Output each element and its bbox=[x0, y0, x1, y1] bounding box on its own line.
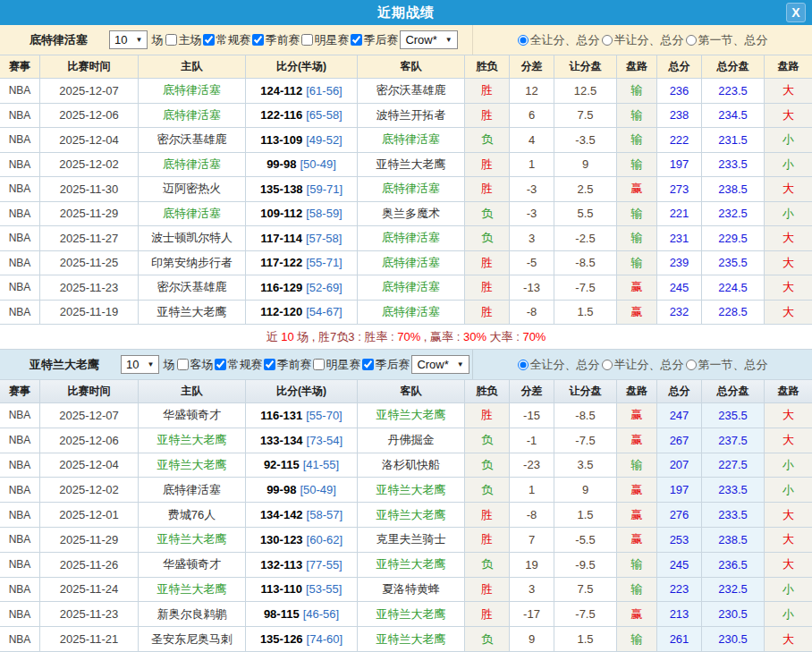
cell-total-line: 224.5 bbox=[702, 275, 765, 300]
odds-mode-radio[interactable] bbox=[602, 35, 613, 46]
cell-result: 胜 bbox=[465, 503, 510, 527]
cell-handicap-result: 输 bbox=[617, 251, 657, 275]
cell-score: 109-112[58-59] bbox=[246, 202, 358, 226]
cell-handicap-line: 2.5 bbox=[554, 177, 617, 201]
cell-total-points: 261 bbox=[657, 627, 702, 651]
cell-point-diff: 1 bbox=[510, 153, 554, 177]
column-header: 客队 bbox=[358, 55, 465, 78]
half-time-score: [59-71] bbox=[307, 182, 343, 196]
cell-result: 负 bbox=[465, 478, 510, 502]
odds-mode-radio[interactable] bbox=[686, 35, 697, 46]
table-row: NBA2025-12-06底特律活塞122-116[65-58]波特兰开拓者胜6… bbox=[0, 104, 812, 129]
cell-league: NBA bbox=[0, 251, 40, 275]
filter-checkbox[interactable] bbox=[165, 34, 177, 46]
cell-handicap-line: 1.5 bbox=[554, 301, 617, 325]
half-time-score: [53-55] bbox=[306, 582, 342, 596]
cell-away-team: 夏洛特黄蜂 bbox=[358, 578, 465, 602]
cell-handicap-line: 7.5 bbox=[554, 104, 617, 128]
final-score: 132-113 bbox=[260, 558, 302, 572]
cell-total-line: 233.5 bbox=[702, 503, 765, 527]
cell-point-diff: 19 bbox=[510, 553, 554, 577]
cell-total-points: 223 bbox=[657, 578, 702, 602]
cell-result: 负 bbox=[465, 553, 510, 577]
close-icon[interactable]: X bbox=[786, 3, 806, 22]
odds-mode-radio[interactable] bbox=[686, 360, 697, 370]
filter-label-text: 常规赛 bbox=[227, 357, 262, 373]
cell-league: NBA bbox=[0, 503, 40, 527]
cell-point-diff: 3 bbox=[510, 578, 554, 602]
cell-date: 2025-11-21 bbox=[40, 627, 139, 651]
filter-checkbox[interactable] bbox=[177, 359, 189, 370]
filter-checkbox[interactable] bbox=[215, 359, 226, 370]
bookmaker-select[interactable]: Crow*▼ bbox=[400, 30, 457, 49]
cell-over-under: 大 bbox=[765, 503, 812, 527]
filter-checkbox[interactable] bbox=[313, 359, 325, 370]
bookmaker-value: Crow* bbox=[405, 33, 436, 47]
cell-away-team: 底特律活塞 bbox=[358, 251, 465, 275]
cell-score: 122-116[65-58] bbox=[246, 104, 358, 128]
cell-total-line: 235.5 bbox=[702, 403, 765, 428]
filter-checkbox[interactable] bbox=[252, 34, 264, 46]
dropdown-arrow-icon: ▼ bbox=[445, 36, 453, 44]
bookmaker-value: Crow* bbox=[417, 358, 448, 371]
games-count-select[interactable]: 10▼ bbox=[121, 355, 159, 374]
cell-score: 92-115[41-55] bbox=[246, 453, 358, 478]
cell-score: 116-131[55-70] bbox=[246, 403, 358, 428]
cell-home-team: 华盛顿奇才 bbox=[139, 403, 246, 428]
cell-over-under: 大 bbox=[765, 627, 812, 651]
summary-segment: 30% bbox=[463, 330, 486, 343]
cell-date: 2025-11-26 bbox=[40, 553, 139, 577]
table-row: NBA2025-11-23新奥尔良鹈鹕98-115[46-56]亚特兰大老鹰胜-… bbox=[0, 602, 812, 627]
filter-label-text: 常规赛 bbox=[216, 32, 250, 48]
cell-home-team: 亚特兰大老鹰 bbox=[139, 428, 246, 453]
cell-away-team: 底特律活塞 bbox=[358, 301, 465, 325]
summary-segment: 近 bbox=[266, 329, 282, 345]
cell-score: 116-129[52-69] bbox=[246, 275, 358, 300]
cell-result: 胜 bbox=[465, 79, 510, 103]
odds-mode-radio[interactable] bbox=[518, 360, 529, 370]
cell-home-team: 亚特兰大老鹰 bbox=[139, 453, 246, 478]
filter-bar: 亚特兰大老鹰10▼场客场常规赛季前赛明星赛季后赛Crow*▼全让分、总分半让分、… bbox=[0, 350, 812, 380]
odds-mode-text: 全让分、总分 bbox=[530, 357, 600, 373]
odds-mode-radio[interactable] bbox=[518, 35, 529, 46]
cell-league: NBA bbox=[0, 226, 40, 250]
filter-checkbox[interactable] bbox=[362, 359, 374, 370]
filter-checkbox[interactable] bbox=[351, 34, 362, 46]
odds-mode-text: 半让分、总分 bbox=[614, 32, 684, 48]
cell-date: 2025-11-24 bbox=[40, 578, 139, 602]
cell-away-team: 亚特兰大老鹰 bbox=[358, 478, 465, 502]
filter-checkbox[interactable] bbox=[264, 359, 275, 370]
column-header-row: 赛事比赛时间主队比分(半场)客队胜负分差让分盘盘路总分总分盘盘路 bbox=[0, 380, 812, 403]
final-score: 133-134 bbox=[260, 434, 303, 447]
cell-total-line: 235.5 bbox=[702, 251, 765, 275]
column-header: 胜负 bbox=[465, 55, 510, 78]
cell-total-line: 223.5 bbox=[702, 79, 765, 103]
dialog-title: 近期战绩 bbox=[377, 4, 435, 21]
cell-away-team: 奥兰多魔术 bbox=[358, 202, 465, 226]
cell-total-line: 229.5 bbox=[702, 226, 765, 250]
odds-mode-radio[interactable] bbox=[602, 360, 613, 370]
filter-checkbox[interactable] bbox=[301, 34, 313, 46]
cell-handicap-result: 输 bbox=[617, 153, 657, 177]
cell-away-team: 底特律活塞 bbox=[358, 226, 465, 250]
filter-checkbox-label: 明星赛 bbox=[300, 32, 349, 48]
cell-handicap-line: 9 bbox=[554, 153, 617, 177]
filter-controls: 底特律活塞10▼场主场常规赛季前赛明星赛季后赛Crow*▼ bbox=[0, 25, 473, 55]
table-row: NBA2025-11-21圣安东尼奥马刺135-126[74-60]亚特兰大老鹰… bbox=[0, 627, 812, 652]
cell-point-diff: -8 bbox=[510, 503, 554, 527]
filter-checkbox[interactable] bbox=[203, 34, 215, 46]
cell-over-under: 大 bbox=[765, 104, 812, 128]
filter-checkbox-label: 常规赛 bbox=[213, 357, 262, 373]
cell-away-team: 亚特兰大老鹰 bbox=[358, 602, 465, 626]
cell-league: NBA bbox=[0, 128, 40, 152]
cell-handicap-result: 输 bbox=[617, 104, 657, 128]
bookmaker-select[interactable]: Crow*▼ bbox=[411, 355, 469, 374]
cell-home-team: 密尔沃基雄鹿 bbox=[139, 128, 246, 152]
games-count-select[interactable]: 10▼ bbox=[109, 30, 148, 49]
cell-date: 2025-12-07 bbox=[40, 403, 139, 428]
half-time-score: [50-49] bbox=[300, 483, 335, 496]
section-team-name: 底特律活塞 bbox=[30, 32, 88, 48]
filter-label-text: 季前赛 bbox=[265, 32, 300, 48]
cell-away-team: 亚特兰大老鹰 bbox=[358, 403, 465, 428]
cell-total-line: 227.5 bbox=[702, 453, 765, 478]
